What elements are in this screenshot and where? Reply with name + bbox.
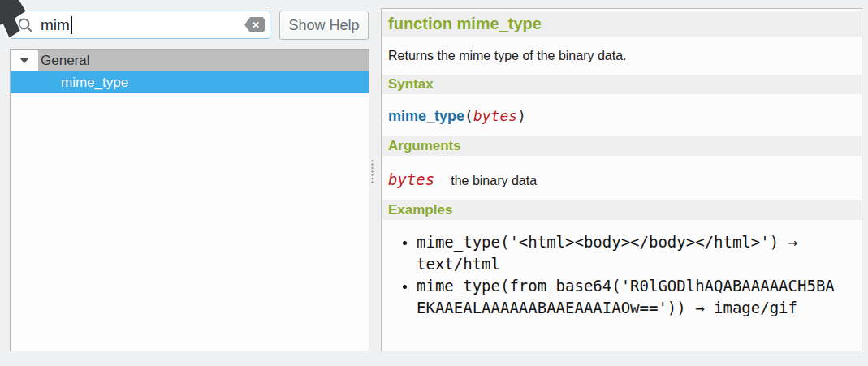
argument-row: bytes the binary data [388, 170, 855, 190]
syntax-paren-open: ( [464, 107, 473, 124]
doc-description: Returns the mime type of the binary data… [388, 47, 855, 64]
chevron-down-icon [19, 58, 29, 63]
search-input[interactable]: mim ✕ [10, 11, 270, 39]
help-browser-window: mim ✕ Show Help General mime_type functi… [0, 0, 868, 366]
panel-splitter-handle[interactable] [371, 159, 374, 183]
show-help-button[interactable]: Show Help [279, 11, 369, 40]
section-heading-examples: Examples [382, 200, 862, 220]
clear-search-icon[interactable]: ✕ [244, 17, 265, 32]
syntax-signature: mime_type(bytes) [388, 106, 855, 126]
syntax-argument: bytes [473, 107, 517, 124]
syntax-paren-close: ) [517, 107, 526, 124]
show-help-label: Show Help [288, 17, 359, 34]
argument-definition: the binary data [451, 174, 537, 188]
search-icon [17, 17, 33, 33]
text-caret [71, 16, 72, 34]
tree-group-label: General [38, 50, 89, 71]
tree-group-general[interactable]: General [11, 50, 369, 71]
syntax-function-name: mime_type [388, 108, 464, 124]
section-heading-syntax: Syntax [382, 75, 862, 94]
tree-item-label: mime_type [61, 75, 128, 90]
search-value: mim [41, 16, 70, 34]
example-item: mime_type(from_base64('R0lGODlhAQABAAAAA… [417, 275, 858, 319]
tree-item-mime-type[interactable]: mime_type [11, 71, 369, 93]
section-heading-arguments: Arguments [382, 136, 862, 156]
expander-cell[interactable] [11, 50, 38, 71]
function-tree: General mime_type [10, 49, 369, 351]
doc-panel[interactable]: function mime_type Returns the mime type… [381, 8, 862, 351]
examples-list: mime_type('<html><body></body></html>') … [382, 231, 862, 319]
example-item: mime_type('<html><body></body></html>') … [417, 231, 858, 275]
doc-title: function mime_type [382, 11, 862, 37]
argument-term: bytes [388, 170, 434, 190]
